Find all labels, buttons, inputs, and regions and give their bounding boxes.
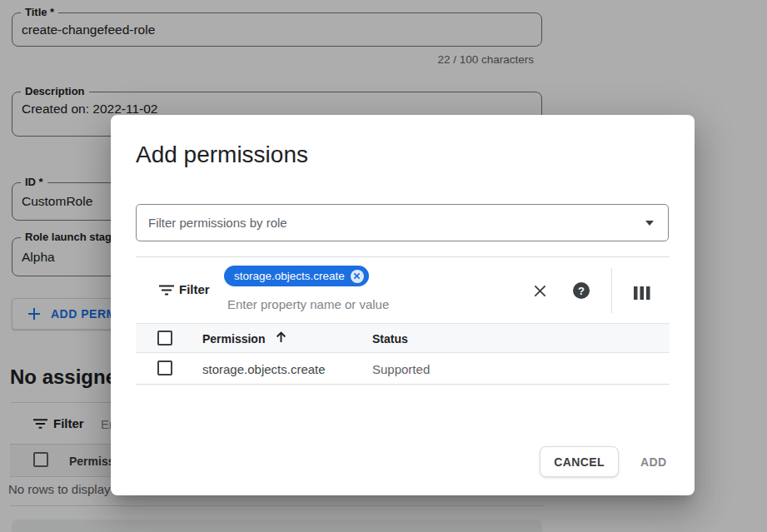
sort-ascending-icon[interactable] xyxy=(274,330,288,344)
status-column-header: Status xyxy=(372,332,408,346)
close-icon xyxy=(533,284,547,298)
clear-filters-button[interactable] xyxy=(530,281,550,301)
row-divider xyxy=(136,384,670,385)
filter-chip[interactable]: storage.objects.create xyxy=(224,266,369,286)
modal-filter-input[interactable] xyxy=(227,295,477,313)
modal-filter-label: Filter xyxy=(179,282,210,296)
help-icon xyxy=(573,282,590,299)
filter-chip-label: storage.objects.create xyxy=(234,270,345,282)
dialog-title: Add permissions xyxy=(136,142,308,168)
chevron-down-icon xyxy=(645,221,654,226)
cancel-button[interactable]: CANCEL xyxy=(540,446,619,477)
add-button[interactable]: ADD xyxy=(634,446,674,477)
chip-remove-icon[interactable] xyxy=(351,270,364,283)
filter-help-button[interactable] xyxy=(571,281,591,301)
columns-icon xyxy=(634,286,650,300)
permission-cell: storage.objects.create xyxy=(202,362,326,376)
row-checkbox[interactable] xyxy=(157,360,172,375)
divider xyxy=(136,256,670,257)
filter-list-icon xyxy=(159,285,174,296)
create-role-page: Title * create-changefeed-role 22 / 100 … xyxy=(0,0,767,532)
add-permissions-dialog: Add permissions Filter permissions by ro… xyxy=(111,115,695,495)
filter-by-role-dropdown-value: Filter permissions by role xyxy=(148,216,287,230)
permission-column-header[interactable]: Permission xyxy=(202,332,265,346)
column-display-options-button[interactable] xyxy=(632,283,652,303)
select-all-checkbox[interactable] xyxy=(157,331,172,346)
filter-by-role-dropdown[interactable]: Filter permissions by role xyxy=(136,204,669,241)
toolbar-divider xyxy=(611,268,612,313)
status-cell: Supported xyxy=(372,362,430,376)
